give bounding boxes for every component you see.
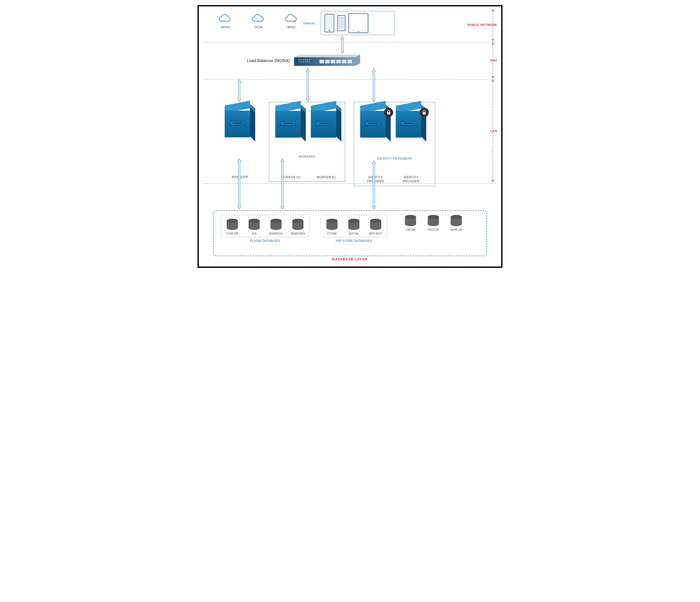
database-icon: [348, 219, 359, 230]
divider-dmz-lan: [204, 79, 496, 80]
arrow-lb-manager: [237, 79, 242, 102]
database-icon: [428, 215, 439, 226]
lock-icon: [384, 108, 393, 117]
svg-rect-5: [336, 60, 341, 63]
database-icon: [370, 219, 381, 230]
cloud-label: GCM: [247, 25, 270, 29]
idp-group-label: IDENTITY PROVIDERS: [354, 157, 435, 161]
db-item: CDM DB: [223, 219, 241, 235]
db-item: UM DB: [402, 215, 419, 231]
cloud-apns: APNS: [214, 14, 237, 29]
arrow-lb-workers: [305, 68, 310, 102]
svg-rect-3: [325, 60, 330, 63]
workers-group-label: WORKERS: [269, 155, 345, 159]
db-item: ANDROID: [267, 219, 285, 235]
database-icon: [405, 215, 416, 226]
zone-label-public: PUBLIC NETWORK: [468, 23, 497, 27]
idp-server: [396, 106, 426, 139]
lock-icon: [420, 108, 429, 117]
cloud-icon: [284, 14, 299, 23]
svg-point-9: [301, 59, 302, 60]
database-icon: [271, 219, 282, 230]
worker-label: WORKER 02: [308, 175, 344, 179]
svg-point-13: [309, 59, 310, 60]
divider-public-dmz: [204, 42, 496, 43]
arrow-workers-db: [280, 159, 285, 209]
zone-label-dmz: DMZ: [490, 59, 497, 62]
cloud-wns: WNS: [280, 14, 303, 29]
plugin-databases-box: CDM DB iOS ANDROID WINDOWS PLUGIN DATABA…: [221, 215, 309, 237]
phone-icon: [337, 15, 345, 31]
idp-label: IDENTITYPROVIDER: [393, 175, 429, 184]
svg-rect-2: [320, 60, 324, 63]
database-icon: [249, 219, 260, 230]
svg-point-17: [305, 61, 306, 62]
svg-point-14: [299, 61, 300, 62]
arrow-manager-db: [237, 159, 242, 209]
arrow-idp-db: [372, 161, 376, 209]
db-item: STORE: [323, 219, 341, 235]
tablet-icon: [348, 13, 368, 33]
svg-rect-7: [347, 60, 352, 63]
svg-point-11: [305, 59, 306, 60]
loose-databases-row: UM DB REG DB APIM DB: [402, 215, 465, 231]
svg-point-12: [307, 59, 308, 60]
database-layer-box: CDM DB iOS ANDROID WINDOWS PLUGIN DATABA…: [213, 210, 487, 256]
devices-label: Devices: [303, 21, 315, 25]
worker-server: [275, 106, 306, 139]
svg-point-19: [309, 61, 310, 62]
svg-rect-6: [342, 60, 346, 63]
arrow-lb-idp: [372, 68, 376, 102]
architecture-diagram: PUBLIC NETWORK DMZ LAN APNS GCM WNS Devi…: [198, 5, 502, 268]
svg-point-18: [307, 61, 308, 62]
db-item: APIM DB: [447, 215, 465, 231]
database-icon: [227, 219, 238, 230]
push-clouds-row: APNS GCM WNS: [214, 14, 303, 29]
db-item: REG DB: [424, 215, 442, 231]
phone-icon: [325, 14, 334, 32]
svg-point-10: [303, 59, 304, 60]
arrow-devices-lb: [340, 36, 345, 54]
database-icon: [451, 215, 462, 226]
svg-rect-4: [331, 60, 335, 63]
db-item: APP-MGT: [367, 219, 384, 235]
svg-point-21: [389, 113, 389, 114]
svg-point-16: [303, 61, 304, 62]
cloud-icon: [218, 14, 233, 23]
zone-label-lan: LAN: [491, 129, 497, 133]
cloud-icon: [251, 14, 266, 23]
database-icon: [292, 219, 303, 230]
svg-point-23: [424, 113, 425, 114]
idp-server: [360, 106, 391, 139]
divider-lan-db: [204, 184, 496, 184]
db-item: iOS: [245, 219, 263, 235]
devices-box: Devices: [321, 11, 395, 35]
svg-point-15: [301, 61, 302, 62]
idp-group: IDENTITYPROVIDER IDENTITYPROVIDER: [354, 102, 435, 186]
appstore-databases-box: STORE SOCIAL APP-MGT APP-STORE DATABASES: [320, 215, 388, 237]
cloud-label: WNS: [280, 25, 303, 29]
database-icon: [326, 219, 338, 230]
db-item: WINDOWS: [289, 219, 307, 235]
cloud-label: APNS: [214, 25, 237, 29]
load-balancer-row: Load Balancer (NGINX): [247, 55, 360, 67]
database-layer-title: DATABASE LAYER: [332, 257, 368, 261]
svg-point-8: [299, 59, 300, 60]
db-item: SOCIAL: [345, 219, 363, 235]
worker-server: [311, 106, 341, 139]
switch-icon: [294, 55, 360, 67]
appstore-db-label: APP-STORE DATABASES: [336, 239, 372, 243]
load-balancer-label: Load Balancer (NGINX): [247, 58, 290, 63]
cloud-gcm: GCM: [247, 14, 270, 29]
worker-label: WORKER 01: [273, 175, 308, 179]
svg-marker-1: [294, 55, 360, 57]
plugin-db-label: PLUGIN DATABASES: [250, 239, 280, 243]
